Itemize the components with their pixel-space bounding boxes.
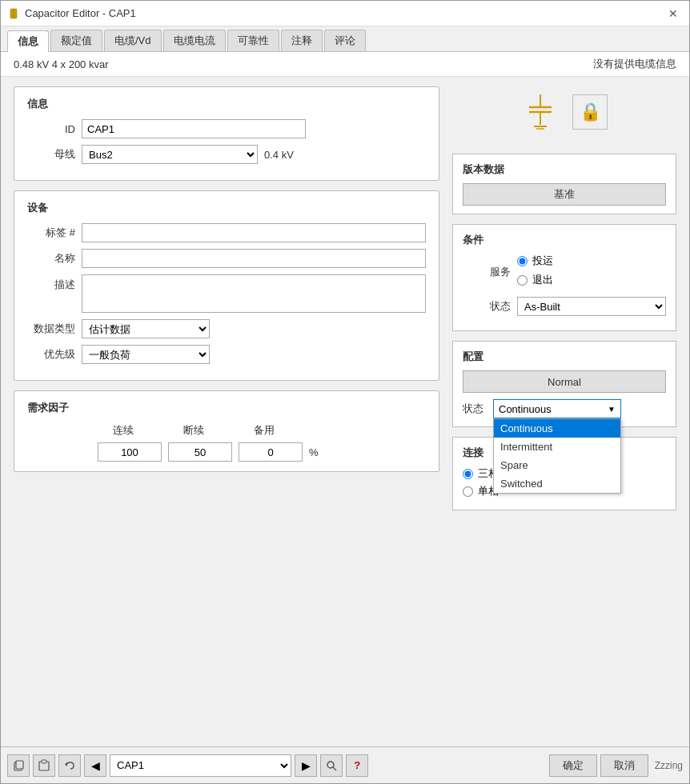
right-icons-area: 🔒	[452, 86, 676, 144]
info-section: 信息 ID 母线 Bus2 0.4 kV	[14, 86, 439, 181]
tab-cable-vd[interactable]: 电缆/Vd	[104, 30, 162, 51]
paste-icon	[38, 759, 50, 772]
svg-rect-11	[42, 760, 46, 763]
tab-info[interactable]: 信息	[7, 30, 49, 52]
demand-continuous-input[interactable]	[98, 442, 162, 462]
tab-reliability[interactable]: 可靠性	[227, 30, 279, 51]
status-dropdown-menu: Continuous Intermittent Spare Switched	[493, 418, 621, 494]
service-row: 服务 投运 退出	[463, 254, 666, 290]
undo-icon	[63, 759, 76, 772]
copy-icon	[12, 759, 25, 772]
undo-button[interactable]	[58, 754, 81, 777]
service-on-label: 投运	[532, 254, 553, 268]
cancel-button[interactable]: 取消	[600, 754, 648, 777]
percent-label: %	[309, 446, 319, 458]
title-bar: Capacitor Editor - CAP1 ✕	[1, 1, 689, 26]
search-icon	[325, 759, 338, 772]
demand-header-continuous: 连续	[91, 423, 155, 438]
dropdown-item-switched[interactable]: Switched	[494, 474, 620, 493]
priority-select[interactable]: 一般负荷	[82, 345, 210, 364]
svg-rect-9	[16, 761, 23, 769]
bus-label: 母线	[27, 147, 75, 162]
data-type-label: 数据类型	[27, 322, 75, 336]
state-row: 状态 As-Built	[463, 297, 666, 316]
capacitor-symbol	[521, 93, 560, 131]
version-section: 版本数据 基准	[452, 154, 676, 214]
data-type-row: 数据类型 估计数据	[27, 319, 426, 338]
demand-header-intermittent: 断续	[162, 423, 226, 438]
tab-bar: 信息 额定值 电缆/Vd 电缆电流 可靠性 注释 评论	[1, 26, 689, 52]
device-section-title: 设备	[27, 201, 426, 215]
tab-notes[interactable]: 注释	[281, 30, 323, 51]
state-label: 状态	[463, 299, 511, 314]
right-panel: 🔒 版本数据 基准 条件 服务 投运	[452, 86, 676, 737]
copy-button[interactable]	[7, 754, 30, 777]
info-bar-right: 没有提供电缆信息	[593, 57, 676, 71]
nav-select[interactable]: CAP1	[110, 754, 291, 777]
lock-button[interactable]: 🔒	[572, 94, 608, 130]
service-on-row: 投运	[517, 254, 553, 268]
service-on-radio[interactable]	[517, 256, 528, 266]
config-status-row: 状态 Continuous ▼ Continuous Intermittent …	[463, 399, 666, 418]
service-off-radio[interactable]	[517, 275, 528, 286]
dropdown-item-spare[interactable]: Spare	[494, 456, 620, 474]
demand-header-spare: 备用	[232, 423, 296, 438]
info-section-title: 信息	[27, 97, 426, 111]
name-label: 名称	[27, 251, 75, 266]
dropdown-item-intermittent[interactable]: Intermittent	[494, 438, 620, 456]
title-bar-left: Capacitor Editor - CAP1	[7, 7, 136, 20]
normal-button[interactable]: Normal	[463, 370, 666, 393]
demand-section-title: 需求因子	[27, 401, 426, 415]
main-content: 信息 ID 母线 Bus2 0.4 kV 设备 标签 #	[1, 77, 689, 746]
id-label: ID	[27, 123, 75, 135]
bottom-bar: ◀ CAP1 ▶ ? 确定 取消 Zzzing	[1, 746, 689, 783]
demand-headers: 连续 断续 备用	[27, 423, 426, 438]
tab-cable-current[interactable]: 电缆电流	[163, 30, 226, 51]
search-button[interactable]	[320, 754, 343, 777]
tag-input[interactable]	[82, 223, 426, 242]
config-section-title: 配置	[463, 350, 666, 364]
demand-spare-input[interactable]	[239, 442, 303, 462]
tab-comments[interactable]: 评论	[324, 30, 366, 51]
demand-values-row: %	[27, 442, 426, 462]
service-group: 投运 退出	[517, 254, 553, 290]
bus-voltage: 0.4 kV	[264, 149, 294, 161]
device-section: 设备 标签 # 名称 描述 数据类型 估计数据	[14, 190, 439, 381]
demand-section: 需求因子 连续 断续 备用 %	[14, 390, 439, 472]
status-dropdown-display[interactable]: Continuous ▼	[493, 399, 621, 418]
app-icon	[7, 7, 20, 20]
condition-section-title: 条件	[463, 233, 666, 247]
config-section: 配置 Normal 状态 Continuous ▼ Continuous Int…	[452, 341, 676, 427]
dropdown-selected-value: Continuous	[499, 403, 552, 415]
svg-marker-12	[65, 762, 67, 766]
status-dropdown-container: Continuous ▼ Continuous Intermittent Spa…	[493, 399, 621, 418]
demand-intermittent-input[interactable]	[168, 442, 232, 462]
desc-input[interactable]	[82, 274, 426, 313]
tab-rating[interactable]: 额定值	[50, 30, 102, 51]
svg-point-13	[327, 762, 334, 768]
ok-button[interactable]: 确定	[549, 754, 597, 777]
priority-row: 优先级 一般负荷	[27, 345, 426, 364]
name-row: 名称	[27, 249, 426, 268]
prev-button[interactable]: ◀	[84, 754, 106, 777]
help-button[interactable]: ?	[346, 754, 368, 777]
service-label: 服务	[463, 265, 511, 279]
version-button[interactable]: 基准	[463, 183, 666, 206]
three-phase-radio[interactable]	[463, 469, 473, 479]
close-button[interactable]: ✕	[664, 4, 683, 23]
state-select[interactable]: As-Built	[517, 297, 666, 316]
bus-select[interactable]: Bus2	[82, 145, 258, 164]
dropdown-item-continuous[interactable]: Continuous	[494, 419, 620, 438]
paste-button[interactable]	[33, 754, 55, 777]
version-section-title: 版本数据	[463, 162, 666, 177]
id-row: ID	[27, 119, 426, 138]
data-type-select[interactable]: 估计数据	[82, 319, 210, 338]
id-input[interactable]	[82, 119, 306, 138]
svg-line-14	[333, 767, 336, 770]
service-off-label: 退出	[532, 273, 553, 287]
next-button[interactable]: ▶	[295, 754, 317, 777]
desc-row: 描述	[27, 274, 426, 313]
name-input[interactable]	[82, 249, 426, 268]
single-phase-radio[interactable]	[463, 486, 473, 497]
dropdown-arrow-icon: ▼	[608, 405, 616, 414]
